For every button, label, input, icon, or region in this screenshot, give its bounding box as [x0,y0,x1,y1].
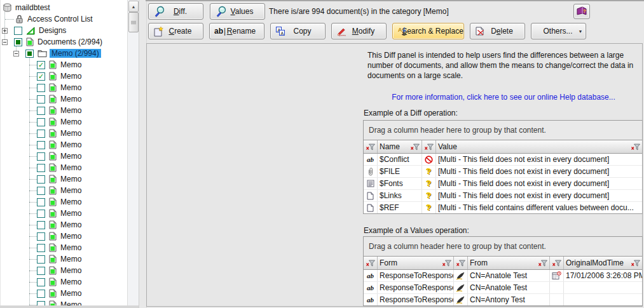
collapse-minus-icon[interactable] [2,39,8,45]
memo-checkbox[interactable] [37,84,45,92]
tree-item-memo-folder[interactable]: Memo (2/994) [1,48,128,59]
rename-icon: ab| [214,27,226,35]
tree-item-memo[interactable]: Memo [1,265,128,276]
values-table-row[interactable]: abResponseToResponseCN=Antony Test [364,294,642,305]
column-header-name[interactable]: Name [378,140,422,153]
filter-icon[interactable] [552,260,561,267]
column-header-form[interactable]: Form [378,257,454,269]
memo-checkbox[interactable] [37,198,45,206]
column-header-from[interactable]: From [468,257,550,269]
memo-checkbox[interactable] [37,232,45,241]
memo-checkbox[interactable] [37,187,45,195]
create-button[interactable]: Create [148,23,203,39]
column-header-time[interactable]: OriginalModTime [564,257,642,269]
collapse-minus-icon[interactable] [13,51,19,57]
tree-item-memo[interactable]: Memo [1,105,128,116]
tree-item-memo[interactable]: Memo [1,82,128,93]
tree-item-memo[interactable]: Memo [1,253,128,265]
memo-checkbox[interactable] [37,175,45,184]
tree-item-memo[interactable]: Memo [1,299,128,305]
documents-checkbox[interactable] [14,38,22,46]
scroll-up-button[interactable]: ▲ [128,1,139,12]
tree-item-memo[interactable]: Memo [1,185,128,196]
memo-checkbox[interactable] [37,164,45,172]
memo-checkbox[interactable] [37,152,45,161]
horizontal-scrollbar-track[interactable] [0,305,139,308]
diff-table-row[interactable]: $Links?[Multi - This field does not exis… [364,190,642,202]
tree-item-database[interactable]: maildbtest [1,2,128,13]
diff-table-row[interactable]: ab$Conflict[Multi - This field does not … [364,154,642,166]
tree-item-memo[interactable]: Memo [1,70,128,82]
memo-checkbox[interactable] [37,130,45,138]
filter-icon[interactable] [442,260,451,267]
modify-button[interactable]: Modify [331,23,387,39]
tree-item-memo[interactable]: Memo [1,93,128,105]
values-table-row[interactable]: abResponseToResponseCN=Anatole Test [364,282,642,294]
tree-item-memo[interactable]: Memo [1,162,128,173]
memo-checkbox[interactable] [37,290,45,298]
filter-icon[interactable] [631,260,640,267]
diff-table-row[interactable]: $Fonts?[Multi - This field does not exis… [364,178,642,190]
tree-scrollbar[interactable]: ▲ [127,0,139,308]
copy-button[interactable]: AACopy [270,23,325,39]
tree-item-memo[interactable]: Memo [1,151,128,162]
memo-checkbox[interactable] [37,107,45,115]
tree-item-memo[interactable]: Memo [1,59,128,70]
filter-icon[interactable] [424,144,434,151]
diff-table-row[interactable]: $FILE?[Multi - This field does not exist… [364,166,642,178]
others-button[interactable]: Others...▼ [531,23,586,39]
tree-item-memo[interactable]: Memo [1,116,128,128]
memo-checkbox[interactable] [37,95,45,104]
header-filter-cell[interactable] [364,140,378,153]
diff-button[interactable]: Diff. [148,3,203,20]
header-filter-cell[interactable] [454,257,468,269]
memo-checkbox[interactable] [37,118,45,126]
scrollbar-thumb[interactable] [128,12,139,32]
tree-item-memo[interactable]: Memo [1,128,128,139]
diff-table-row[interactable]: $REF?[Multi - This field contains differ… [364,202,642,213]
memo-checkbox[interactable] [37,72,45,81]
tree-item-designs[interactable]: Designs [1,25,128,36]
values-table-row[interactable]: abResponseToResponseCN=Anatole Test17/01… [364,270,642,282]
tree-item-memo[interactable]: Memo [1,242,128,253]
memo-checkbox[interactable] [37,61,45,69]
memo-checkbox[interactable] [37,301,45,306]
designs-checkbox[interactable] [14,27,22,35]
values-button[interactable]: Values [210,3,265,20]
search-replace-button[interactable]: AbSearch & Replace [392,23,464,39]
memo-checkbox[interactable] [37,141,45,149]
filter-icon[interactable] [538,260,547,267]
header-filter-cell[interactable] [364,257,378,269]
memo-checkbox[interactable] [37,210,45,218]
filter-icon[interactable] [366,260,375,267]
filter-icon[interactable] [410,144,420,151]
delete-button[interactable]: Delete [470,23,525,39]
header-filter-cell[interactable] [422,140,436,153]
tree-item-memo[interactable]: Memo [1,139,128,151]
tree-item-memo[interactable]: Memo [1,208,128,219]
tree-item-memo[interactable]: Memo [1,196,128,208]
memo-checkbox[interactable] [37,267,45,275]
help-button[interactable]: ? [573,4,590,19]
filter-icon[interactable] [456,260,465,267]
tree-item-memo[interactable]: Memo [1,231,128,242]
tree-item-acl[interactable]: Access Control List [1,13,128,25]
tree-item-documents[interactable]: Documents (2/994) [1,36,128,48]
column-header-value[interactable]: Value [436,140,642,153]
memo-folder-checkbox[interactable] [25,50,34,58]
memo-checkbox[interactable] [37,278,45,286]
help-link[interactable]: For more information, click here to see … [363,93,644,102]
rename-button[interactable]: ab|Rename [209,23,264,39]
expand-plus-icon[interactable] [2,28,8,34]
memo-checkbox[interactable] [37,255,45,264]
tree-item-label-selected: Memo (2/994) [50,49,101,58]
filter-icon[interactable] [631,144,640,151]
header-filter-cell[interactable] [550,257,564,269]
memo-checkbox[interactable] [37,244,45,252]
tree-item-memo[interactable]: Memo [1,276,128,288]
tree-item-memo[interactable]: Memo [1,288,128,299]
tree-item-memo[interactable]: Memo [1,173,128,185]
tree-item-memo[interactable]: Memo [1,219,128,231]
filter-icon[interactable] [366,144,375,151]
memo-checkbox[interactable] [37,221,45,229]
